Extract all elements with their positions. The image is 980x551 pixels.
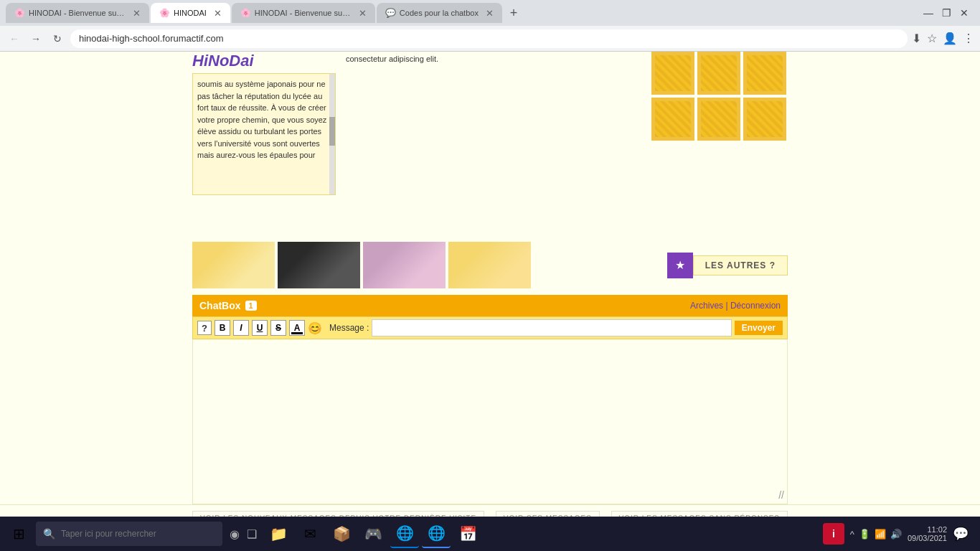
taskbar-app-calendar[interactable]: 📅 [453, 519, 482, 548]
tab-3[interactable]: 🌸 HINODAI - Bienvenue sur votre p... ✕ [232, 3, 375, 23]
maximize-button[interactable]: ❐ [942, 7, 951, 19]
my-messages-link[interactable]: VOIR SES MESSAGES [496, 511, 600, 517]
bottom-nav: VOIR LES NOUVEAUX MESSAGES DEPUIS VOTRE … [0, 504, 980, 517]
char-img-3 [363, 242, 446, 288]
tab-4-label: Codes pour la chatbox [400, 9, 479, 17]
menu-icon[interactable]: ⋮ [963, 32, 974, 45]
forward-icon: → [31, 33, 41, 44]
deconnexion-link[interactable]: Déconnexion [730, 301, 781, 311]
time-display: 11:02 [908, 525, 947, 534]
taskbar: ⊞ 🔍 ◉ ❑ 📁 ✉ 📦 🎮 🌐 🌐 📅 i ^ 🔋 📶 🔊 11:02 09… [0, 517, 980, 551]
tab-4[interactable]: 💬 Codes pour la chatbox ✕ [377, 3, 502, 23]
new-tab-icon: + [510, 6, 518, 21]
taskbar-app-mail[interactable]: ✉ [296, 519, 324, 548]
taskbar-right: i ^ 🔋 📶 🔊 11:02 09/03/2021 💬 [823, 523, 974, 545]
color-button[interactable]: A [289, 320, 305, 336]
battery-icon: 🔋 [859, 529, 870, 540]
taskbar-notification[interactable]: i [823, 523, 844, 545]
char-img-1 [192, 242, 275, 288]
char-img-2 [278, 242, 360, 288]
emoji-button[interactable]: 😊 [308, 321, 322, 335]
top-section: HiNoDai soumis au système japonais pour … [0, 52, 980, 238]
tab-4-favicon: 💬 [385, 8, 395, 18]
color-label: A [294, 323, 301, 333]
tab-bar: 🌸 HINODAI - Bienvenue sur votre p... ✕ 🌸… [0, 0, 980, 26]
chatbox-body: // [192, 339, 788, 504]
middle-column: consectetur adipiscing elit. [343, 52, 644, 238]
taskbar-chat-icon[interactable]: 💬 [953, 526, 969, 542]
tab-2-close[interactable]: ✕ [214, 8, 222, 19]
tab-1-close[interactable]: ✕ [133, 8, 141, 19]
thumb-grid [651, 52, 788, 141]
address-bar-row: ← → ↻ ⬇ ☆ 👤 ⋮ [0, 26, 980, 52]
minimize-button[interactable]: — [923, 7, 933, 19]
tab-2[interactable]: 🌸 HINODAI ✕ [151, 3, 230, 23]
message-label: Message : [329, 323, 369, 333]
taskbar-app-folder[interactable]: 📁 [264, 519, 293, 548]
left-column: HiNoDai soumis au système japonais pour … [192, 52, 336, 238]
chatbox-title-group: ChatBox 1 [199, 300, 257, 311]
taskbar-app-chrome[interactable]: 🌐 [422, 519, 451, 548]
resize-handle[interactable]: // [778, 489, 784, 501]
cortana-icon[interactable]: ◉ [230, 527, 240, 541]
message-input[interactable] [372, 319, 731, 336]
browser-chrome: 🌸 HINODAI - Bienvenue sur votre p... ✕ 🌸… [0, 0, 980, 52]
text-box: soumis au système japonais pour ne pas t… [192, 73, 336, 195]
thumb-3 [743, 52, 786, 95]
address-input[interactable] [70, 29, 908, 48]
new-tab-button[interactable]: + [504, 3, 524, 23]
archives-link[interactable]: Archives [690, 301, 723, 311]
chatbox-count: 1 [245, 301, 257, 311]
download-icon[interactable]: ⬇ [912, 32, 921, 45]
taskbar-app-store[interactable]: 📦 [327, 519, 356, 548]
underline-button[interactable]: U [252, 320, 268, 336]
tab-3-close[interactable]: ✕ [359, 8, 367, 19]
tab-3-label: HINODAI - Bienvenue sur votre p... [255, 9, 352, 17]
back-icon: ← [9, 33, 19, 44]
no-replies-link[interactable]: VOIR LES MESSAGES SANS RÉPONSES [611, 511, 788, 517]
taskbar-search-icon: 🔍 [43, 528, 55, 540]
chatbox-header: ChatBox 1 Archives | Déconnexion [192, 295, 788, 316]
les-autres-label: LES AUTRES ? [693, 255, 788, 276]
taskbar-search-input[interactable] [61, 529, 204, 539]
strike-button[interactable]: S [270, 320, 286, 336]
chatbox-section: ChatBox 1 Archives | Déconnexion ? B I U… [0, 295, 980, 504]
question-button[interactable]: ? [197, 321, 212, 335]
char-img-4 [448, 242, 531, 288]
tab-3-favicon: 🌸 [240, 8, 250, 18]
account-icon[interactable]: 👤 [943, 32, 957, 45]
bookmark-icon[interactable]: ☆ [927, 32, 937, 45]
forward-button[interactable]: → [27, 30, 44, 47]
taskbar-app-game[interactable]: 🎮 [359, 519, 387, 548]
thumb-2 [697, 52, 740, 95]
link-separator: | [725, 301, 727, 311]
browser-toolbar: ⬇ ☆ 👤 ⋮ [912, 32, 974, 45]
new-messages-link[interactable]: VOIR LES NOUVEAUX MESSAGES DEPUIS VOTRE … [192, 511, 484, 517]
tab-1-label: HINODAI - Bienvenue sur votre p... [29, 9, 126, 17]
tab-4-close[interactable]: ✕ [486, 8, 494, 19]
scrollbar-thumb[interactable] [329, 117, 335, 146]
start-icon: ⊞ [13, 525, 25, 542]
chatbox-links: Archives | Déconnexion [690, 301, 781, 311]
page-content: HiNoDai soumis au système japonais pour … [0, 52, 980, 517]
taskbar-app-edge[interactable]: 🌐 [390, 519, 419, 548]
thumb-1 [651, 52, 694, 95]
task-view-icon[interactable]: ❑ [247, 527, 257, 541]
send-button[interactable]: Envoyer [735, 321, 783, 335]
scrollbar[interactable] [329, 74, 335, 195]
tab-2-favicon: 🌸 [159, 8, 169, 18]
system-tray: ^ 🔋 📶 🔊 [850, 529, 902, 540]
tray-caret[interactable]: ^ [850, 529, 854, 540]
star-icon: ★ [675, 258, 685, 272]
right-column [651, 52, 788, 238]
thumb-6 [743, 98, 786, 141]
bold-button[interactable]: B [215, 320, 230, 336]
tab-1[interactable]: 🌸 HINODAI - Bienvenue sur votre p... ✕ [6, 3, 149, 23]
back-button[interactable]: ← [6, 30, 23, 47]
chatbox-title: ChatBox [199, 300, 241, 311]
start-button[interactable]: ⊞ [6, 521, 32, 547]
window-controls: — ❐ ✕ [923, 7, 974, 19]
refresh-button[interactable]: ↻ [49, 30, 66, 47]
italic-button[interactable]: I [233, 320, 249, 336]
close-button[interactable]: ✕ [960, 7, 969, 19]
